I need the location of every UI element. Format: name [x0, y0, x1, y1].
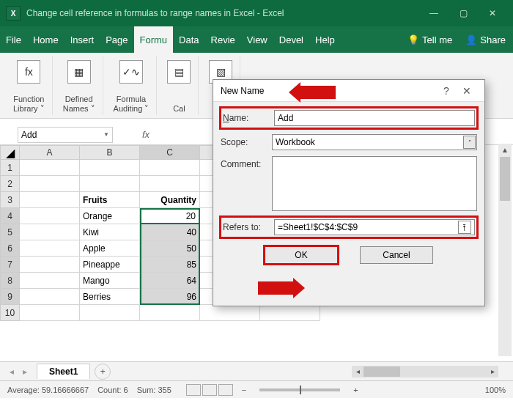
row-header-5[interactable]: 5 — [0, 224, 20, 240]
ribbon-tab-help[interactable]: Help — [309, 26, 341, 53]
cell[interactable] — [140, 176, 200, 192]
sheet-tab-sheet1[interactable]: Sheet1 — [37, 364, 90, 379]
cell[interactable]: 96 — [140, 289, 200, 305]
name-field-row: Name: — [221, 108, 477, 128]
cell[interactable] — [20, 208, 80, 224]
cell[interactable]: 40 — [140, 224, 200, 240]
cell[interactable] — [20, 240, 80, 257]
name-box[interactable]: Add ▼ — [18, 127, 113, 143]
cell[interactable] — [80, 305, 140, 321]
cell[interactable]: 50 — [140, 240, 200, 257]
cell[interactable]: 64 — [140, 273, 200, 289]
dialog-help-button[interactable]: ? — [436, 85, 457, 97]
cell[interactable] — [20, 192, 80, 208]
sheet-last-icon[interactable]: ▸ — [19, 366, 31, 377]
scroll-right-arrow[interactable]: ▸ — [487, 367, 498, 375]
sheet-first-icon[interactable]: ◂ — [6, 366, 18, 377]
scroll-thumb[interactable] — [500, 157, 510, 201]
scroll-up-arrow[interactable]: ▲ — [498, 144, 512, 155]
row-header-3[interactable]: 3 — [0, 192, 20, 208]
ribbon-tab-insert[interactable]: Insert — [64, 26, 100, 53]
cell[interactable] — [20, 257, 80, 273]
cell[interactable] — [20, 273, 80, 289]
dialog-close-button[interactable]: ✕ — [457, 85, 477, 97]
cell[interactable] — [20, 176, 80, 192]
cell[interactable] — [140, 305, 200, 321]
row-header-9[interactable]: 9 — [0, 289, 20, 305]
row-header-8[interactable]: 8 — [0, 273, 20, 289]
tell-me-search[interactable]: 💡Tell me — [402, 26, 458, 53]
minimize-button[interactable]: — — [419, 0, 449, 26]
restore-button[interactable]: ▢ — [449, 0, 478, 26]
ribbon-tab-devel[interactable]: Devel — [273, 26, 309, 53]
cell[interactable]: Kiwi — [80, 224, 140, 240]
share-button[interactable]: 👤Share — [458, 26, 513, 53]
row-header-6[interactable]: 6 — [0, 240, 20, 257]
cell[interactable]: Fruits — [80, 192, 140, 208]
cell[interactable]: 85 — [140, 257, 200, 273]
chevron-down-icon[interactable]: ˅ — [463, 136, 476, 149]
cell[interactable] — [20, 305, 80, 321]
page-break-view-button[interactable] — [218, 384, 233, 396]
cell[interactable] — [20, 224, 80, 240]
cell[interactable]: 20 — [140, 208, 200, 224]
row-header-4[interactable]: 4 — [0, 208, 20, 224]
comment-label: Comment: — [221, 156, 272, 169]
col-header-B[interactable]: B — [80, 145, 140, 160]
add-sheet-button[interactable]: + — [95, 364, 111, 380]
col-header-C[interactable]: C — [140, 145, 200, 160]
collapse-dialog-icon[interactable]: ⭱ — [458, 221, 471, 234]
refers-to-input[interactable]: =Sheet1!$C$4:$C$9 ⭱ — [274, 219, 475, 235]
status-average: Average: 59.16666667 — [7, 386, 89, 394]
scroll-left-arrow[interactable]: ◂ — [352, 367, 363, 375]
ribbon-tab-revie[interactable]: Revie — [205, 26, 241, 53]
select-all-corner[interactable]: ◢ — [0, 145, 20, 160]
vertical-scrollbar[interactable]: ▲ — [498, 144, 512, 356]
comment-textarea[interactable] — [272, 156, 477, 211]
cell[interactable] — [80, 176, 140, 192]
horizontal-scrollbar[interactable]: ◂ ▸ — [352, 366, 498, 377]
row-header-7[interactable]: 7 — [0, 257, 20, 273]
cell[interactable] — [80, 160, 140, 176]
zoom-in-button[interactable]: + — [353, 386, 358, 394]
zoom-slider[interactable] — [259, 388, 340, 391]
row-header-1[interactable]: 1 — [0, 160, 20, 176]
cell[interactable] — [20, 289, 80, 305]
ribbon-tab-home[interactable]: Home — [27, 26, 64, 53]
name-label: Name: — [223, 110, 274, 123]
cell[interactable] — [260, 305, 320, 321]
ok-button[interactable]: OK — [265, 246, 338, 264]
row-header-10[interactable]: 10 — [0, 305, 20, 321]
ribbon-tab-page[interactable]: Page — [100, 26, 133, 53]
row-header-2[interactable]: 2 — [0, 176, 20, 192]
cell[interactable] — [140, 160, 200, 176]
chevron-down-icon[interactable]: ▼ — [103, 131, 109, 138]
cancel-button[interactable]: Cancel — [360, 246, 433, 264]
cell[interactable]: Mango — [80, 273, 140, 289]
cell[interactable]: Apple — [80, 240, 140, 257]
name-input[interactable] — [274, 110, 475, 126]
dialog-titlebar[interactable]: New Name ? ✕ — [213, 80, 484, 102]
cell[interactable]: Berries — [80, 289, 140, 305]
hscroll-thumb[interactable] — [363, 366, 400, 377]
ribbon-group[interactable]: ✓∿FormulaAuditing ˅ — [106, 56, 158, 115]
ribbon-tab-file[interactable]: File — [0, 26, 27, 53]
scope-select[interactable]: Workbook ˅ — [272, 134, 477, 150]
ribbon-tab-view[interactable]: View — [241, 26, 273, 53]
page-layout-view-button[interactable] — [202, 384, 217, 396]
ribbon-tab-data[interactable]: Data — [173, 26, 204, 53]
fx-label[interactable]: fx — [142, 129, 150, 140]
ribbon-group[interactable]: ▦DefinedNames ˅ — [56, 56, 103, 115]
normal-view-button[interactable] — [186, 384, 201, 396]
close-window-button[interactable]: ✕ — [478, 0, 507, 26]
zoom-out-button[interactable]: − — [242, 386, 246, 394]
cell[interactable] — [200, 305, 260, 321]
cell[interactable] — [20, 160, 80, 176]
ribbon-tab-formu[interactable]: Formu — [134, 26, 174, 53]
col-header-A[interactable]: A — [20, 145, 80, 160]
cell[interactable]: Orange — [80, 208, 140, 224]
cell[interactable]: Pineappe — [80, 257, 140, 273]
ribbon-group[interactable]: fxFunctionLibrary ˅ — [6, 56, 53, 115]
ribbon-group[interactable]: ▤Cal — [160, 56, 199, 115]
cell[interactable]: Quantity — [140, 192, 200, 208]
